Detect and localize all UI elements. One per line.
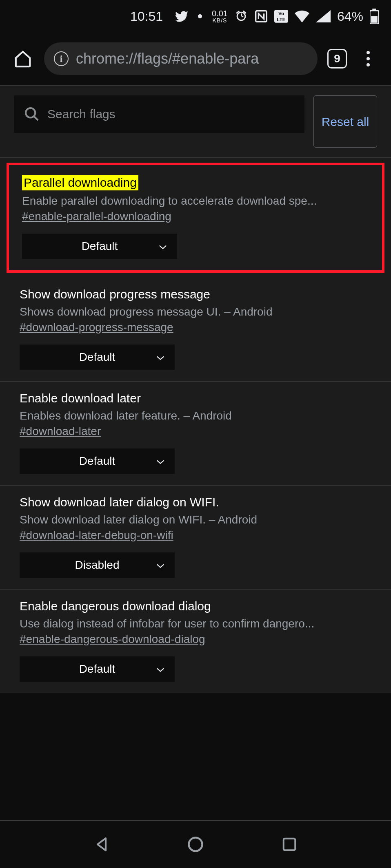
chevron-down-icon: [158, 240, 167, 253]
flag-description: Shows download progress message UI. – An…: [20, 305, 371, 318]
flag-select-value: Default: [79, 455, 116, 468]
svg-rect-11: [284, 839, 295, 850]
search-placeholder: Search flags: [47, 107, 116, 121]
url-text: chrome://flags/#enable-para: [76, 50, 259, 67]
status-time: 10:51: [130, 9, 163, 24]
flag-entry-download-progress-message: Show download progress message Shows dow…: [0, 278, 391, 382]
browser-toolbar: i chrome://flags/#enable-para 9: [0, 33, 391, 85]
flag-title: Show download progress message: [20, 287, 210, 301]
cellular-signal-icon: x: [316, 10, 331, 22]
flag-select[interactable]: Default: [20, 656, 175, 682]
wifi-icon: [295, 10, 309, 22]
chevron-down-icon: [156, 663, 165, 676]
alarm-icon: [234, 9, 248, 23]
reset-all-button[interactable]: Reset all: [313, 95, 377, 148]
search-row: Search flags Reset all: [0, 86, 391, 157]
flag-select[interactable]: Default: [22, 234, 177, 259]
svg-text:LTE: LTE: [277, 17, 285, 22]
flag-title: Enable dangerous download dialog: [20, 599, 211, 613]
svg-point-10: [189, 838, 202, 851]
menu-button[interactable]: [357, 47, 380, 70]
flag-select-value: Default: [82, 240, 118, 253]
flag-description: Show download later dialog on WIFI. – An…: [20, 513, 371, 526]
flag-description: Enable parallel downloading to accelerat…: [22, 194, 369, 208]
chevron-down-icon: [156, 455, 165, 468]
android-nav-bar: [0, 820, 391, 868]
status-bar: 10:51 0.01 KB/S VoLTE x 64%: [0, 0, 391, 33]
flag-description: Use dialog instead of infobar for user t…: [20, 617, 371, 630]
tabs-button[interactable]: 9: [327, 49, 347, 68]
search-icon: [24, 106, 40, 122]
status-dot-icon: [198, 14, 202, 18]
flag-anchor-link[interactable]: #download-progress-message: [20, 321, 173, 334]
flag-anchor-link[interactable]: #download-later: [20, 425, 101, 438]
nav-back-button[interactable]: [91, 834, 112, 855]
nfc-icon: [255, 10, 268, 23]
svg-text:x: x: [318, 10, 322, 17]
flag-title: Parallel downloading: [22, 175, 138, 190]
flag-anchor-link[interactable]: #enable-dangerous-download-dialog: [20, 633, 205, 646]
svg-line-9: [34, 116, 38, 120]
status-network-speed: 0.01 KB/S: [212, 9, 228, 23]
flag-description: Enables download later feature. – Androi…: [20, 409, 371, 422]
twitter-icon: [174, 9, 188, 23]
home-button[interactable]: [11, 47, 34, 70]
svg-text:Vo: Vo: [278, 11, 284, 16]
flag-entry-download-later: Enable download later Enables download l…: [0, 382, 391, 486]
flag-select[interactable]: Default: [20, 345, 175, 370]
nav-home-button[interactable]: [185, 834, 206, 855]
flag-select-value: Disabled: [75, 559, 120, 572]
info-icon: i: [54, 51, 69, 66]
flags-list: Parallel downloading Enable parallel dow…: [0, 157, 391, 693]
chevron-down-icon: [156, 559, 165, 572]
flag-entry-parallel-downloading: Parallel downloading Enable parallel dow…: [7, 163, 384, 273]
search-input[interactable]: Search flags: [14, 95, 304, 133]
url-bar[interactable]: i chrome://flags/#enable-para: [44, 42, 318, 75]
flag-select[interactable]: Default: [20, 448, 175, 474]
flag-entry-dangerous-download-dialog: Enable dangerous download dialog Use dia…: [0, 590, 391, 693]
nav-recent-button[interactable]: [279, 834, 300, 855]
flag-select-value: Default: [79, 351, 116, 364]
flag-select[interactable]: Disabled: [20, 552, 175, 578]
flag-select-value: Default: [79, 663, 116, 676]
volte-icon: VoLTE: [274, 10, 288, 23]
flag-title: Enable download later: [20, 391, 141, 405]
flag-anchor-link[interactable]: #download-later-debug-on-wifi: [20, 529, 173, 542]
more-vert-icon: [367, 51, 370, 66]
flag-title: Show download later dialog on WIFI.: [20, 495, 219, 509]
flag-entry-download-later-wifi: Show download later dialog on WIFI. Show…: [0, 486, 391, 590]
battery-icon: [370, 9, 379, 24]
svg-rect-7: [371, 16, 378, 23]
svg-point-8: [26, 108, 35, 117]
flags-page: Search flags Reset all Parallel download…: [0, 85, 391, 693]
flag-anchor-link[interactable]: #enable-parallel-downloading: [22, 210, 171, 223]
chevron-down-icon: [156, 351, 165, 364]
status-battery-percent: 64%: [337, 9, 363, 24]
